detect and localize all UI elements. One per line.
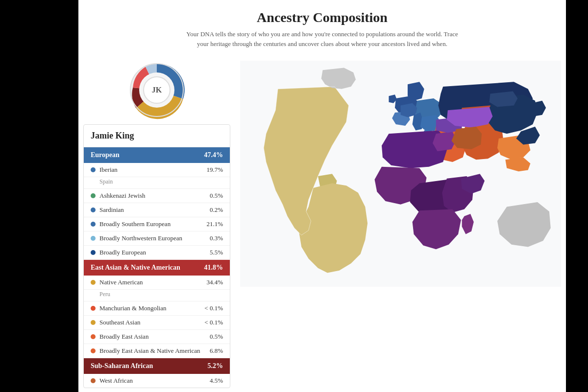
label-native-american: Native American xyxy=(99,278,143,286)
dot-sardinian xyxy=(91,208,96,212)
european-pct: 47.4% xyxy=(204,151,223,159)
dot-west-african xyxy=(91,378,96,383)
value-west-african: 4.5% xyxy=(210,377,223,385)
sub-saharan-pct: 5.2% xyxy=(208,362,223,370)
list-item: Iberian 19.7% xyxy=(84,163,230,177)
list-item: Broadly Southern European 21.1% xyxy=(84,217,230,231)
sub-label-spain: Spain xyxy=(84,177,230,189)
list-item: Ashkenazi Jewish 0.5% xyxy=(84,189,230,203)
label-sardinian: Sardinian xyxy=(99,206,124,214)
dot-broadly-nw xyxy=(91,236,96,241)
label-iberian: Iberian xyxy=(99,166,118,174)
dot-ashkenazi xyxy=(91,193,96,198)
dot-broadly-southern xyxy=(91,222,96,227)
page-title: Ancestry Composition xyxy=(88,10,556,25)
dot-southeast-asian xyxy=(91,320,96,325)
list-item: West African 4.5% xyxy=(84,374,230,388)
pie-chart: JK xyxy=(127,61,186,119)
dot-broadly-euro xyxy=(91,250,96,255)
list-item: Broadly East Asian 0.5% xyxy=(84,330,230,344)
avatar-initials: JK xyxy=(143,76,171,104)
label-broadly-east-asian: Broadly East Asian xyxy=(99,333,148,341)
value-broadly-euro: 5.5% xyxy=(210,249,223,256)
european-label: European xyxy=(91,151,120,159)
value-manchurian: < 0.1% xyxy=(204,304,223,312)
label-broadly-euro: Broadly European xyxy=(99,249,146,256)
world-map xyxy=(240,61,561,287)
label-ashkenazi: Ashkenazi Jewish xyxy=(99,192,146,200)
person-name: Jamie King xyxy=(84,125,230,147)
value-broadly-east-asian: 0.5% xyxy=(210,333,223,341)
list-item: Native American 34.4% xyxy=(84,276,230,290)
list-item: Broadly Northwestern European 0.3% xyxy=(84,231,230,246)
map-section xyxy=(230,61,561,388)
right-black-bar xyxy=(566,0,588,392)
page-subtitle: Your DNA tells the story of who you are … xyxy=(185,29,460,48)
list-item: Broadly European 5.5% xyxy=(84,246,230,260)
category-east-asian[interactable]: East Asian & Native American 41.8% xyxy=(84,260,230,276)
dot-native-american xyxy=(91,280,96,285)
value-broadly-nw: 0.3% xyxy=(210,234,223,242)
sub-saharan-label: Sub-Saharan African xyxy=(91,362,153,370)
value-sardinian: 0.2% xyxy=(210,206,223,214)
label-broadly-southern: Broadly Southern European xyxy=(99,220,171,228)
label-manchurian: Manchurian & Mongolian xyxy=(99,304,166,312)
east-asian-label: East Asian & Native American xyxy=(91,264,180,272)
list-item: Broadly East Asian & Native American 6.8… xyxy=(84,344,230,358)
value-southeast-asian: < 0.1% xyxy=(204,319,223,326)
sub-label-peru: Peru xyxy=(84,290,230,301)
label-broadly-ea-na: Broadly East Asian & Native American xyxy=(99,347,200,355)
dot-broadly-ea-na xyxy=(91,348,96,353)
category-european[interactable]: European 47.4% xyxy=(84,147,230,163)
page-header: Ancestry Composition Your DNA tells the … xyxy=(78,5,566,56)
label-broadly-nw: Broadly Northwestern European xyxy=(99,234,182,242)
list-item: Sardinian 0.2% xyxy=(84,203,230,217)
list-item: Manchurian & Mongolian < 0.1% xyxy=(84,301,230,316)
label-southeast-asian: Southeast Asian xyxy=(99,319,140,326)
value-native-american: 34.4% xyxy=(206,278,223,286)
dot-manchurian xyxy=(91,306,96,311)
left-black-bar xyxy=(0,0,78,392)
left-panel: JK Jamie King European 47.4% Iberian 19.… xyxy=(83,61,230,388)
east-asian-pct: 41.8% xyxy=(204,264,223,272)
label-west-african: West African xyxy=(99,377,133,385)
list-item: Southeast Asian < 0.1% xyxy=(84,316,230,330)
dot-broadly-east-asian xyxy=(91,334,96,339)
avatar-section: JK xyxy=(83,61,230,119)
value-broadly-southern: 21.1% xyxy=(206,220,223,228)
value-iberian: 19.7% xyxy=(206,166,223,174)
dot-iberian xyxy=(91,167,96,172)
value-ashkenazi: 0.5% xyxy=(210,192,223,200)
category-sub-saharan[interactable]: Sub-Saharan African 5.2% xyxy=(84,358,230,374)
ancestry-card: Jamie King European 47.4% Iberian 19.7% … xyxy=(83,124,230,388)
value-broadly-ea-na: 6.8% xyxy=(210,347,223,355)
